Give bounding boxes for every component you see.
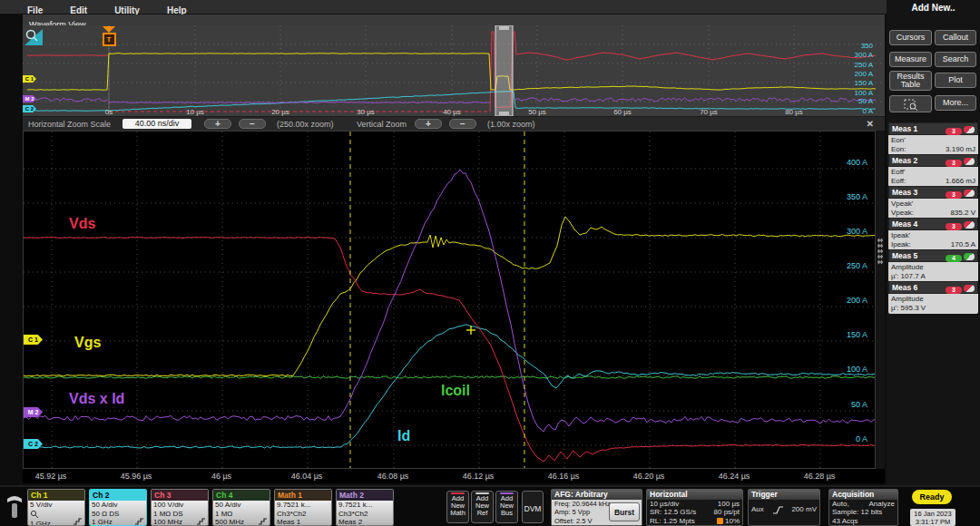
zoom-window-selector[interactable] (495, 25, 513, 116)
dvm-button[interactable]: DVM (522, 491, 544, 523)
add-new-math-button[interactable]: AddNewMath (446, 491, 469, 523)
v-zoom-minus-button[interactable]: − (449, 119, 476, 129)
trigger-pos-icon (717, 518, 723, 524)
overview-time-tick: 10 µs (177, 108, 213, 116)
channel-badge-ch3[interactable]: Ch 3100 V/div1 MΩ DS100 MHz (151, 489, 209, 526)
horizontal-left: RL: 1.25 Mpts (650, 517, 695, 525)
acq-mode: Auto, (832, 500, 849, 508)
source-count-badge: 3 (946, 128, 962, 135)
channel-badge-ch2[interactable]: Ch 250 A/div50 Ω DS1 GHz (89, 489, 147, 526)
overview-time-tick: 50 µs (519, 108, 555, 116)
zoomed-waveform-plot[interactable]: Vds Vgs Vds x Id Icoil Id C 1 M 2 C 2 40… (23, 131, 876, 469)
v-zoom-plus-button[interactable]: + (415, 119, 442, 129)
trigger-slope-icon (772, 505, 784, 514)
measurement-flag-icon (964, 253, 975, 260)
zoom-toolbar: Horizontal Zoom Scale 40.00 ns/div + − (… (23, 116, 885, 132)
trace-label-vgs: Vgs (74, 335, 101, 351)
channel-bandwidth: 100 MHz (153, 518, 206, 526)
sidebar-button-cursors[interactable]: Cursors (889, 30, 932, 45)
add-button-label: Ref (472, 510, 493, 517)
channel-settings: 5 V/div1 GHz (28, 501, 84, 526)
measurement-panel-5[interactable]: Meas 54Amplitudeµ': 107.7 A (888, 249, 978, 279)
sidebar-button-more[interactable]: More... (935, 95, 976, 111)
measurement-panel-2[interactable]: Meas 23Eoff'Eoff:1.666 mJ (888, 154, 978, 184)
menu-bar: FileEditUtilityHelp (0, 0, 980, 15)
accent-line (451, 492, 465, 494)
overview-scale-tick: 100 A (855, 89, 873, 97)
v-zoom-factor: (1.00x zoom) (487, 120, 535, 129)
sidebar-button-measure[interactable]: Measure (889, 52, 932, 67)
trace-vds (24, 238, 876, 463)
measurement-badges: 3 (946, 184, 975, 200)
channel-bandwidth: Meas 1 (277, 518, 329, 526)
sidebar-button-plot[interactable]: Plot (935, 73, 976, 88)
measurement-badges: 3 (946, 216, 975, 232)
horizontal-panel[interactable]: Horizontal 10 µs/div100 µsSR: 12.5 GS/s8… (646, 489, 743, 526)
zoom-close-icon[interactable]: ✕ (867, 119, 874, 129)
acquisition-panel[interactable]: Acquisition Auto, Analyze Sample: 12 bit… (828, 489, 898, 526)
zoom-window-top-handle[interactable] (499, 26, 509, 30)
tektronix-logo (5, 493, 24, 521)
h-zoom-plus-button[interactable]: + (204, 119, 231, 129)
horizontal-left: 10 µs/div (650, 500, 679, 508)
measurement-header: Meas 33 (888, 186, 978, 199)
bottom-status-bar: Ch 15 V/div1 GHz Ch 250 A/div50 Ω DS1 GH… (0, 485, 980, 526)
measurement-panel-6[interactable]: Meas 63Amplitudeµ': 595.3 V (888, 281, 978, 311)
drag-grip-icon[interactable] (877, 238, 883, 265)
sidebar-button-results-table[interactable]: Results Table (889, 71, 932, 91)
zoom-select-icon (904, 98, 918, 111)
zoom-window-bottom-handle[interactable] (499, 112, 509, 115)
measurement-label: Eoff: (891, 177, 906, 186)
main-time-tick: 46.04 µs (284, 472, 329, 481)
trigger-t-icon: T (103, 33, 116, 46)
add-new-title: Add New.. (887, 3, 980, 13)
measurement-panel-3[interactable]: Meas 33Vpeak'Vpeak:835.2 V (888, 186, 978, 216)
acq-count: 43 Acqs (832, 517, 858, 525)
channel-settings: 50 A/div1 MΩ500 MHz (213, 501, 270, 526)
source-count-badge: 3 (946, 287, 962, 294)
horizontal-title: Horizontal (647, 490, 742, 500)
sidebar-button-search[interactable]: Search (935, 52, 976, 67)
main-scale-tick: 400 A (847, 158, 867, 167)
main-scale-tick: 150 A (847, 330, 867, 339)
channel-badge-math1[interactable]: Math 19.7521 k...Ch3*Ch2Meas 1 (274, 489, 332, 526)
channel-badge-ch4[interactable]: Ch 450 A/div1 MΩ500 MHz (212, 489, 270, 526)
measurement-flag-icon (964, 285, 975, 292)
measurement-name: Meas 6 (892, 283, 917, 292)
add-new-ref-button[interactable]: AddNewRef (471, 491, 494, 523)
measurement-panel-4[interactable]: Meas 43Ipeak'Ipeak:170.5 A (888, 218, 978, 248)
channel-badge-math2[interactable]: Math 29.7521 k...Ch3*Ch2Meas 2 (336, 489, 394, 526)
overview-time-tick: 40 µs (434, 108, 470, 116)
measurement-label: µ': 595.3 V (891, 304, 926, 313)
acq-analyze: Analyze (869, 500, 895, 508)
right-sidebar: Add New.. CursorsCalloutMeasureSearchRes… (887, 0, 980, 485)
measurement-line1: Amplitude (891, 295, 975, 304)
sidebar-button-callout[interactable]: Callout (935, 30, 976, 45)
channel-header: Ch 2 (90, 490, 146, 501)
trigger-panel[interactable]: Trigger Aux 200 mV (748, 489, 820, 526)
h-zoom-minus-button[interactable]: − (239, 119, 266, 129)
trigger-position-flag[interactable]: T (102, 26, 116, 46)
channel-settings: 9.7521 k...Ch3*Ch2Meas 1 (275, 501, 331, 526)
measurement-panel-1[interactable]: Meas 13Eon'Eon:3.190 mJ (888, 122, 978, 152)
overview-waveform-strip[interactable]: 0s10 µs20 µs30 µs40 µs50 µs60 µs70 µs80 … (23, 25, 885, 116)
measurement-name: Meas 2 (892, 156, 917, 165)
ready-status-badge: Ready (912, 490, 952, 504)
afg-title: AFG: Arbitrary (552, 490, 642, 500)
sidebar-button-zoom-select[interactable] (889, 95, 932, 112)
channel-badge-ch1[interactable]: Ch 15 V/div1 GHz (27, 489, 85, 526)
overview-scale-tick: 300 A (855, 51, 873, 59)
afg-burst-button[interactable]: Burst (609, 502, 640, 521)
afg-panel[interactable]: AFG: Arbitrary Freq: 20.9644 kHz Amp: 5 … (551, 489, 642, 526)
measurement-line2: µ': 595.3 V (891, 304, 975, 313)
channel-bandwidth: 500 MHz (215, 518, 268, 526)
main-scale-tick: 350 A (847, 192, 867, 201)
channel-termination: 1 MΩ (215, 510, 268, 519)
measurement-name: Meas 4 (892, 219, 917, 229)
main-time-tick: 45.96 µs (113, 472, 159, 481)
overview-time-tick: 60 µs (604, 108, 641, 116)
h-zoom-scale-value[interactable]: 40.00 ns/div (122, 119, 191, 129)
overview-zoom-icon[interactable] (23, 27, 44, 47)
add-new-bus-button[interactable]: AddNewBus (495, 491, 518, 523)
measurement-flag-icon (964, 126, 975, 133)
